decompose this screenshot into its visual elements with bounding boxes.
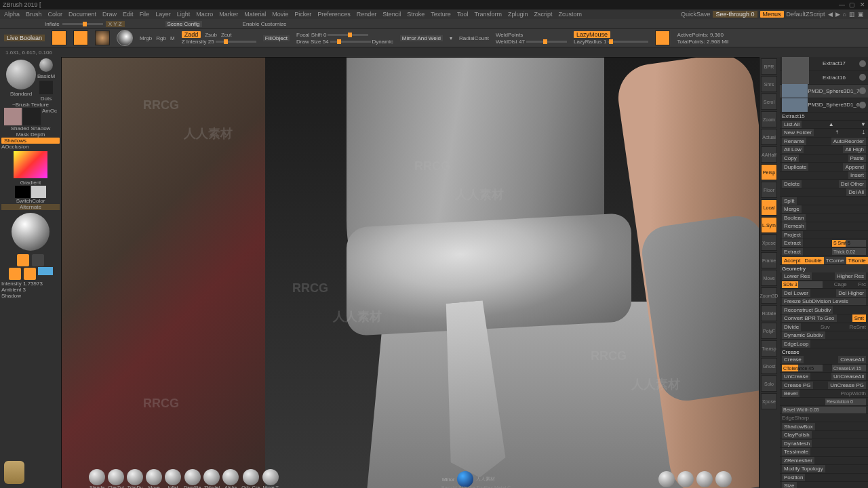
project-button[interactable]: Project — [782, 231, 803, 239]
minimize-icon[interactable]: — — [839, 1, 845, 8]
ghost-icon[interactable]: Ghost — [761, 358, 777, 374]
subtool-item[interactable]: Extract17 — [780, 57, 868, 70]
zremesher-button[interactable]: ZRemesher — [782, 457, 814, 464]
dock-brush[interactable] — [203, 469, 220, 485]
color-secondary[interactable] — [15, 186, 30, 198]
dock-brush[interactable] — [222, 469, 239, 485]
edit-mode-icon[interactable] — [52, 30, 66, 45]
menu-material[interactable]: Material — [244, 11, 266, 18]
eye-icon[interactable] — [859, 102, 866, 108]
expand-icon[interactable]: ▣ — [858, 11, 864, 18]
enable-customize[interactable]: Enable Customize — [243, 21, 287, 27]
light-4-icon[interactable] — [24, 268, 36, 280]
menu-alpha[interactable]: Alpha — [4, 11, 20, 18]
higherres-button[interactable]: Higher Res — [835, 272, 866, 280]
light-color[interactable] — [38, 267, 53, 275]
defaultzscript-button[interactable]: DefaultZScript — [787, 11, 825, 18]
divide-button[interactable]: Divide — [782, 323, 801, 331]
quicksave-button[interactable]: QuickSave — [681, 11, 711, 18]
material-selector[interactable] — [12, 213, 50, 251]
dock-brush[interactable] — [127, 469, 143, 485]
nav-next-icon[interactable]: ▶ — [835, 11, 840, 18]
smt-toggle[interactable]: Smt — [852, 314, 866, 322]
radial-count[interactable]: RadialCount — [459, 35, 489, 41]
menus-toggle[interactable]: Menus — [760, 11, 784, 18]
lazymouse-button[interactable]: LazyMouse — [574, 31, 610, 38]
gizmo-icon[interactable] — [95, 30, 110, 45]
mirror-weld-button[interactable]: Mirror And Weld — [400, 35, 443, 41]
zoom-icon[interactable]: Zoom — [761, 111, 777, 127]
menu-tool[interactable]: Tool — [457, 11, 469, 18]
alllow-button[interactable]: All Low — [782, 146, 804, 153]
menu-file[interactable]: File — [140, 11, 150, 18]
copy-button[interactable]: Copy — [782, 155, 799, 162]
subtool-item[interactable]: Extract16 — [780, 70, 868, 84]
insert-button[interactable]: Insert — [848, 171, 866, 179]
shadows-toggle[interactable]: Shadows — [1, 138, 60, 144]
dock-mat[interactable] — [696, 471, 713, 487]
shaded-thumb[interactable] — [4, 108, 22, 125]
boolean-button[interactable]: Boolean — [782, 214, 806, 222]
menu-document[interactable]: Document — [68, 11, 96, 18]
menu-draw[interactable]: Draw — [102, 11, 117, 18]
menu-render[interactable]: Render — [357, 11, 377, 18]
light-1-icon[interactable] — [17, 254, 29, 266]
focalshift-slider[interactable]: Focal Shift 0 — [296, 32, 368, 38]
lazyradius-slider[interactable]: LazyRadius 1 — [574, 39, 648, 45]
paste-button[interactable]: Paste — [848, 155, 866, 162]
allhigh-button[interactable]: All High — [843, 146, 866, 153]
color-primary[interactable] — [31, 186, 46, 198]
frame-icon[interactable]: Frame — [761, 252, 777, 268]
double-button[interactable]: Double — [802, 257, 823, 264]
shadow-thumb[interactable] — [23, 108, 41, 125]
polyframe-icon[interactable] — [655, 30, 670, 45]
split-button[interactable]: Split — [782, 197, 797, 205]
dock-icon[interactable]: ▥ — [849, 11, 855, 18]
menu-zcustom[interactable]: Zcustom — [559, 11, 583, 18]
delother-button[interactable]: Del Other — [839, 180, 866, 188]
zcut-button[interactable]: Zcut — [221, 32, 232, 38]
newfolder-button[interactable]: New Folder — [782, 129, 814, 136]
transp-icon[interactable]: Transp — [761, 340, 777, 357]
inflate-slider[interactable] — [62, 23, 103, 25]
scroll-icon[interactable]: Scrol — [761, 94, 777, 110]
seethrough-slider[interactable]: See-through 0 — [713, 11, 757, 18]
bevel-button[interactable]: Bevel — [782, 390, 800, 397]
extract-section[interactable]: Extract — [782, 239, 803, 247]
solo-icon[interactable]: Solo — [761, 375, 777, 392]
draw-mode-icon[interactable] — [73, 30, 88, 45]
listall-button[interactable]: List All — [782, 121, 802, 128]
tessimate-button[interactable]: Tessimate — [782, 448, 810, 455]
tborde-button[interactable]: TBorde — [846, 257, 868, 264]
arrow-up-icon[interactable]: ▲ — [829, 121, 834, 127]
dock-brush[interactable] — [146, 469, 162, 485]
dynamicsubdiv-button[interactable]: Dynamic Subdiv — [782, 331, 825, 339]
claypolish-button[interactable]: ClayPolish — [782, 431, 812, 439]
menu-light[interactable]: Light — [177, 11, 191, 18]
mrgb-button[interactable]: Mrgb — [140, 35, 152, 41]
append-button[interactable]: Append — [843, 163, 866, 171]
zintensity-slider[interactable]: Z Intensity 25 — [182, 39, 256, 45]
nav-prev-icon[interactable]: ◀ — [828, 11, 833, 18]
brush-selector[interactable] — [6, 60, 36, 89]
light-ambient-slider[interactable]: Ambient 3 — [1, 287, 60, 293]
dock-mat[interactable] — [677, 471, 694, 487]
uncreasepg-button[interactable]: UnCrease PG — [828, 382, 866, 389]
switchcolor-button[interactable]: SwitchColor — [1, 198, 60, 204]
scene-config-button[interactable]: Scene Config — [165, 21, 202, 27]
light-intensity-slider[interactable]: Intensity 1.73973 — [1, 281, 60, 287]
creasepg-button[interactable]: Crease PG — [782, 382, 813, 389]
dock-brush[interactable] — [165, 469, 181, 485]
bevelwidth-slider[interactable]: Bevel Width 0.05 — [782, 407, 866, 413]
rename-button[interactable]: Rename — [782, 138, 806, 145]
drawsize-slider[interactable]: Draw Size 54Dynamic — [296, 39, 393, 45]
gradient-label[interactable]: Gradient — [1, 180, 60, 186]
bpr-icon[interactable]: BPR — [761, 58, 777, 75]
aahalf-icon[interactable]: AAHalf — [761, 146, 777, 163]
menu-movie[interactable]: Movie — [272, 11, 288, 18]
menu-zplugin[interactable]: Zplugin — [508, 11, 528, 18]
merge-button[interactable]: Merge — [782, 205, 802, 213]
ctolerance-slider[interactable]: CTolerance 45 — [782, 365, 823, 371]
floor-icon[interactable]: Floor — [761, 182, 777, 198]
light-shadow-button[interactable]: Shadow — [1, 293, 60, 299]
